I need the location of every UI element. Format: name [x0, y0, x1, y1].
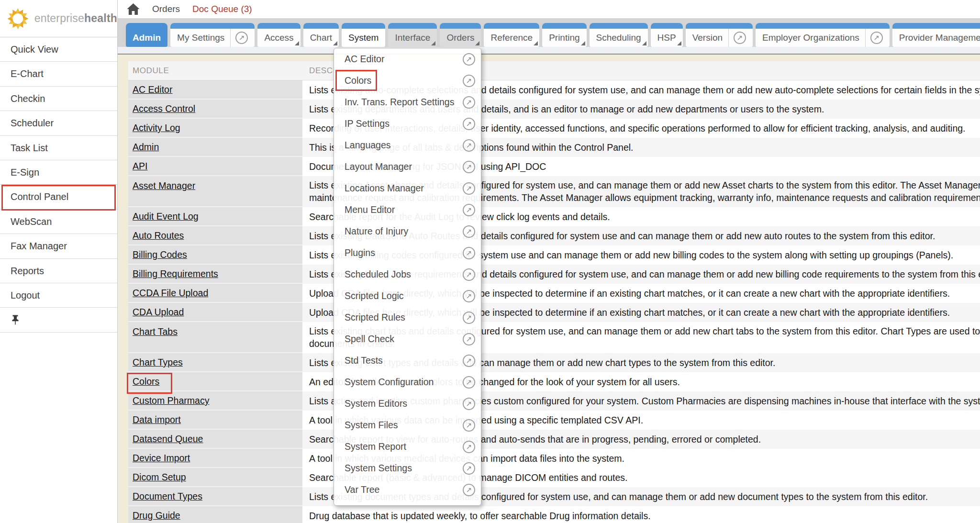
- external-link-icon[interactable]: ↗: [870, 32, 883, 44]
- system-menu-item-languages[interactable]: Languages↗: [334, 134, 481, 156]
- tab-scheduling[interactable]: Scheduling: [590, 23, 648, 47]
- sidebar-item-fax-manager[interactable]: Fax Manager: [0, 234, 117, 258]
- table-row: CDA UploadUpload CDA files here directly…: [128, 303, 980, 322]
- system-menu-item-ip-settings[interactable]: IP Settings↗: [334, 113, 481, 134]
- tab-divider: [230, 29, 231, 47]
- module-link-custom-pharmacy[interactable]: Custom Pharmacy: [133, 395, 209, 406]
- module-link-activity-log[interactable]: Activity Log: [133, 122, 180, 133]
- tab-chart[interactable]: Chart: [303, 23, 339, 47]
- module-link-drug-guide[interactable]: Drug Guide: [133, 510, 180, 521]
- tab-employer-organizations[interactable]: Employer Organizations↗: [756, 23, 890, 47]
- module-link-document-types[interactable]: Document Types: [133, 491, 202, 501]
- tab-provider-management[interactable]: Provider Management↗: [892, 23, 980, 47]
- system-menu-item-spell-check[interactable]: Spell Check↗: [334, 328, 481, 350]
- tab-reference[interactable]: Reference: [484, 23, 539, 47]
- module-link-data-import[interactable]: Data import: [133, 414, 181, 425]
- module-link-asset-manager[interactable]: Asset Manager: [133, 180, 195, 191]
- module-link-datasend-queue[interactable]: Datasend Queue: [133, 434, 203, 444]
- module-link-billing-codes[interactable]: Billing Codes: [133, 249, 187, 260]
- system-menu-item-nature-of-injury[interactable]: Nature of Injury↗: [334, 221, 481, 242]
- system-menu-item-system-configuration[interactable]: System Configuration↗: [334, 371, 481, 393]
- tab-printing[interactable]: Printing: [542, 23, 586, 47]
- system-menu-item-inv-trans-report-settings[interactable]: Inv. Trans. Report Settings↗: [334, 91, 481, 113]
- external-link-icon: ↗: [463, 268, 475, 281]
- sidebar-item-reports[interactable]: Reports: [0, 259, 117, 283]
- module-link-api[interactable]: API: [133, 161, 147, 171]
- table-row: APIDocumentation and testing for JSON AP…: [128, 157, 980, 176]
- system-menu-item-colors[interactable]: Colors↗: [334, 70, 481, 91]
- sidebar-item-checkin[interactable]: Checkin: [0, 87, 117, 111]
- system-menu-item-menu-editor[interactable]: Menu Editor↗: [334, 199, 481, 221]
- breadcrumb-doc-queue[interactable]: Doc Queue (3): [192, 4, 252, 14]
- module-link-chart-types[interactable]: Chart Types: [133, 357, 183, 367]
- tab-my-settings[interactable]: My Settings↗: [170, 23, 255, 47]
- module-link-dicom-setup[interactable]: Dicom Setup: [133, 472, 186, 482]
- tab-label: My Settings: [177, 33, 224, 43]
- sidebar-item-e-sign[interactable]: E-Sign: [0, 160, 117, 185]
- sidebar-pin-row[interactable]: [0, 308, 117, 332]
- system-menu-item-system-editors[interactable]: System Editors↗: [334, 393, 481, 414]
- tab-label: Reference: [490, 33, 533, 43]
- system-menu-item-ac-editor[interactable]: AC Editor↗: [334, 48, 481, 70]
- module-link-chart-tabs[interactable]: Chart Tabs: [133, 326, 178, 337]
- tab-label: Interface: [395, 33, 430, 43]
- module-link-cda-upload[interactable]: CDA Upload: [133, 307, 184, 317]
- module-link-audit-event-log[interactable]: Audit Event Log: [133, 211, 199, 222]
- sidebar-item-label: Reports: [11, 266, 44, 276]
- tab-label: Version: [692, 33, 723, 43]
- table-row: AdminThis is a landing page of all tabs …: [128, 138, 980, 157]
- module-link-colors[interactable]: Colors: [133, 376, 159, 387]
- tab-interface[interactable]: Interface: [388, 23, 437, 47]
- module-link-device-import[interactable]: Device Import: [133, 453, 190, 463]
- external-link-icon: ↗: [463, 225, 475, 238]
- module-link-ac-editor[interactable]: AC Editor: [133, 84, 172, 95]
- external-link-icon[interactable]: ↗: [235, 32, 248, 44]
- system-menu-item-var-tree[interactable]: Var Tree↗: [334, 479, 481, 501]
- tab-hsp[interactable]: HSP: [651, 23, 683, 47]
- module-cell: Activity Log: [128, 119, 302, 138]
- tab-orders[interactable]: Orders: [440, 23, 481, 47]
- sidebar-item-logout[interactable]: Logout: [0, 283, 117, 308]
- module-link-ccda-file-upload[interactable]: CCDA File Upload: [133, 288, 208, 298]
- menu-item-label: Plugins: [345, 247, 463, 258]
- tab-system[interactable]: System: [342, 23, 385, 47]
- module-cell: CCDA File Upload: [128, 284, 302, 303]
- external-link-icon: ↗: [463, 118, 475, 130]
- system-menu-item-system-settings[interactable]: System Settings↗: [334, 457, 481, 479]
- system-menu-item-scripted-logic[interactable]: Scripted Logic↗: [334, 285, 481, 307]
- external-link-icon: ↗: [463, 419, 475, 432]
- menu-item-label: System Editors: [345, 398, 463, 409]
- module-link-auto-routes[interactable]: Auto Routes: [133, 230, 184, 241]
- module-link-billing-requirements[interactable]: Billing Requirements: [133, 268, 218, 279]
- module-cell: API: [128, 157, 302, 176]
- sidebar-item-control-panel[interactable]: Control Panel: [0, 185, 117, 209]
- module-cell: Device Import: [128, 449, 302, 468]
- sidebar-item-quick-view[interactable]: Quick View: [0, 37, 117, 62]
- tab-access[interactable]: Access: [257, 23, 300, 47]
- system-menu-item-scripted-rules[interactable]: Scripted Rules↗: [334, 307, 481, 328]
- breadcrumb-orders[interactable]: Orders: [152, 4, 180, 14]
- home-icon[interactable]: [127, 3, 140, 15]
- external-link-icon[interactable]: ↗: [734, 32, 746, 44]
- module-cell: Custom Pharmacy: [128, 391, 302, 411]
- system-menu-item-locations-manager[interactable]: Locations Manager↗: [334, 178, 481, 199]
- sidebar-item-scheduler[interactable]: Scheduler: [0, 111, 117, 135]
- sidebar-item-e-chart[interactable]: E-Chart: [0, 62, 117, 86]
- system-menu-item-layout-manager[interactable]: Layout Manager↗: [334, 156, 481, 178]
- external-link-icon: ↗: [463, 333, 475, 345]
- table-row: Datasend QueueSearchable report to view …: [128, 430, 980, 449]
- menu-item-label: System Settings: [345, 463, 463, 474]
- system-menu-item-std-tests[interactable]: Std Tests↗: [334, 350, 481, 371]
- sidebar-item-task-list[interactable]: Task List: [0, 136, 117, 160]
- tab-admin[interactable]: Admin: [126, 23, 167, 47]
- table-row: Device ImportA tool in which various med…: [128, 449, 980, 468]
- module-link-admin[interactable]: Admin: [133, 142, 159, 152]
- module-link-access-control[interactable]: Access Control: [133, 103, 195, 114]
- system-menu-item-system-files[interactable]: System Files↗: [334, 414, 481, 436]
- system-menu-item-plugins[interactable]: Plugins↗: [334, 242, 481, 264]
- tab-label: Employer Organizations: [762, 33, 859, 43]
- sidebar-item-webscan[interactable]: WebScan: [0, 210, 117, 234]
- tab-version[interactable]: Version↗: [686, 23, 753, 47]
- system-menu-item-scheduled-jobs[interactable]: Scheduled Jobs↗: [334, 264, 481, 285]
- system-menu-item-system-report[interactable]: System Report↗: [334, 436, 481, 457]
